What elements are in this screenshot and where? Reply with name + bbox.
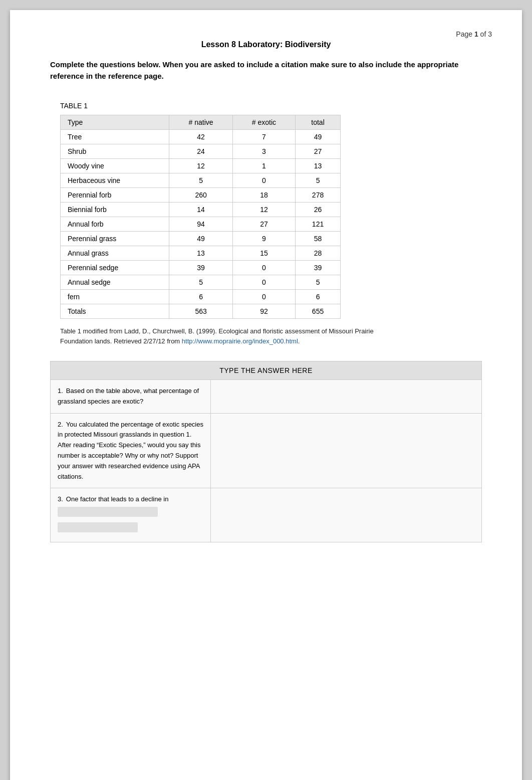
cell-native: 49 [169, 232, 233, 246]
table-row: Annual sedge505 [61, 275, 341, 290]
qa-answer-2[interactable] [211, 414, 481, 488]
q-num: 1. [58, 386, 63, 397]
table-row: Totals56392655 [61, 304, 341, 319]
qa-rows: 1. Based on the table above, what percen… [51, 380, 481, 542]
cell-exotic: 27 [232, 217, 295, 232]
table-row: Tree42749 [61, 130, 341, 144]
cell-exotic: 18 [232, 188, 295, 203]
cell-exotic: 12 [232, 203, 295, 217]
table-row: Herbaceous vine505 [61, 173, 341, 188]
cell-exotic: 1 [232, 159, 295, 173]
cell-native: 6 [169, 290, 233, 304]
cell-total: 49 [296, 130, 341, 144]
cell-total: 5 [296, 173, 341, 188]
qa-header: TYPE THE ANSWER HERE [51, 361, 481, 380]
table-row: Perennial grass49958 [61, 232, 341, 246]
table-row: fern606 [61, 290, 341, 304]
cell-type: Annual sedge [61, 275, 169, 290]
col-type: Type [61, 115, 169, 130]
cell-type: Shrub [61, 144, 169, 159]
table-label: TABLE 1 [60, 102, 482, 110]
cell-type: Tree [61, 130, 169, 144]
cell-exotic: 0 [232, 173, 295, 188]
qa-section: TYPE THE ANSWER HERE 1. Based on the tab… [50, 361, 482, 542]
cell-native: 12 [169, 159, 233, 173]
table-row: Perennial forb26018278 [61, 188, 341, 203]
qa-row: 3. One factor that leads to a decline in [51, 488, 481, 541]
table-row: Annual grass131528 [61, 246, 341, 261]
cell-native: 260 [169, 188, 233, 203]
cell-total: 28 [296, 246, 341, 261]
table-body: Tree42749Shrub24327Woody vine12113Herbac… [61, 130, 341, 319]
data-table: Type # native # exotic total Tree42749Sh… [60, 115, 341, 319]
col-total: total [296, 115, 341, 130]
table-container: Type # native # exotic total Tree42749Sh… [60, 115, 482, 319]
qa-row: 2. You calculated the percentage of exot… [51, 414, 481, 489]
page-current: 1 [474, 30, 478, 38]
qa-question-3: 3. One factor that leads to a decline in [51, 488, 211, 541]
cell-total: 58 [296, 232, 341, 246]
cell-native: 5 [169, 275, 233, 290]
cell-type: Annual grass [61, 246, 169, 261]
cell-total: 13 [296, 159, 341, 173]
cell-total: 655 [296, 304, 341, 319]
cell-total: 6 [296, 290, 341, 304]
q-num: 3. [58, 494, 63, 505]
q-num: 2. [58, 420, 63, 430]
cell-native: 5 [169, 173, 233, 188]
cell-exotic: 0 [232, 275, 295, 290]
table-row: Woody vine12113 [61, 159, 341, 173]
cell-type: Annual forb [61, 217, 169, 232]
cell-native: 39 [169, 261, 233, 275]
cell-type: fern [61, 290, 169, 304]
page-number-label: Page [456, 30, 474, 38]
cell-native: 14 [169, 203, 233, 217]
table-row: Perennial sedge39039 [61, 261, 341, 275]
cell-total: 121 [296, 217, 341, 232]
cell-type: Herbaceous vine [61, 173, 169, 188]
cell-exotic: 92 [232, 304, 295, 319]
qa-question-1: 1. Based on the table above, what percen… [51, 380, 211, 413]
page: Page 1 of 3 Lesson 8 Laboratory: Biodive… [10, 10, 522, 780]
qa-row: 1. Based on the table above, what percen… [51, 380, 481, 414]
cell-type: Perennial forb [61, 188, 169, 203]
cell-exotic: 15 [232, 246, 295, 261]
cell-total: 278 [296, 188, 341, 203]
table-caption: Table 1 modified from Ladd, D., Churchwe… [60, 326, 401, 346]
cell-type: Perennial grass [61, 232, 169, 246]
cell-native: 24 [169, 144, 233, 159]
cell-type: Woody vine [61, 159, 169, 173]
table-row: Biennial forb141226 [61, 203, 341, 217]
col-exotic: # exotic [232, 115, 295, 130]
cell-exotic: 0 [232, 261, 295, 275]
cell-native: 94 [169, 217, 233, 232]
cell-total: 39 [296, 261, 341, 275]
qa-answer-1[interactable] [211, 380, 481, 413]
table-row: Annual forb9427121 [61, 217, 341, 232]
cell-exotic: 9 [232, 232, 295, 246]
qa-answer-3[interactable] [211, 488, 481, 541]
cell-native: 563 [169, 304, 233, 319]
cell-exotic: 0 [232, 290, 295, 304]
page-title: Lesson 8 Laboratory: Biodiversity [50, 40, 482, 49]
blur-text-1 [58, 507, 158, 517]
table-row: Shrub24327 [61, 144, 341, 159]
cell-total: 27 [296, 144, 341, 159]
cell-type: Biennial forb [61, 203, 169, 217]
blur-text-2 [58, 522, 138, 532]
cell-type: Totals [61, 304, 169, 319]
cell-total: 5 [296, 275, 341, 290]
table-header-row: Type # native # exotic total [61, 115, 341, 130]
cell-exotic: 7 [232, 130, 295, 144]
qa-question-2: 2. You calculated the percentage of exot… [51, 414, 211, 488]
cell-native: 42 [169, 130, 233, 144]
col-native: # native [169, 115, 233, 130]
page-subtitle: Complete the questions below. When you a… [50, 59, 482, 82]
cell-total: 26 [296, 203, 341, 217]
table-link[interactable]: http://www.moprairie.org/index_000.html [182, 337, 298, 345]
page-of-label: of [478, 30, 488, 38]
page-total: 3 [488, 30, 492, 38]
cell-exotic: 3 [232, 144, 295, 159]
page-number: Page 1 of 3 [456, 30, 492, 38]
cell-type: Perennial sedge [61, 261, 169, 275]
